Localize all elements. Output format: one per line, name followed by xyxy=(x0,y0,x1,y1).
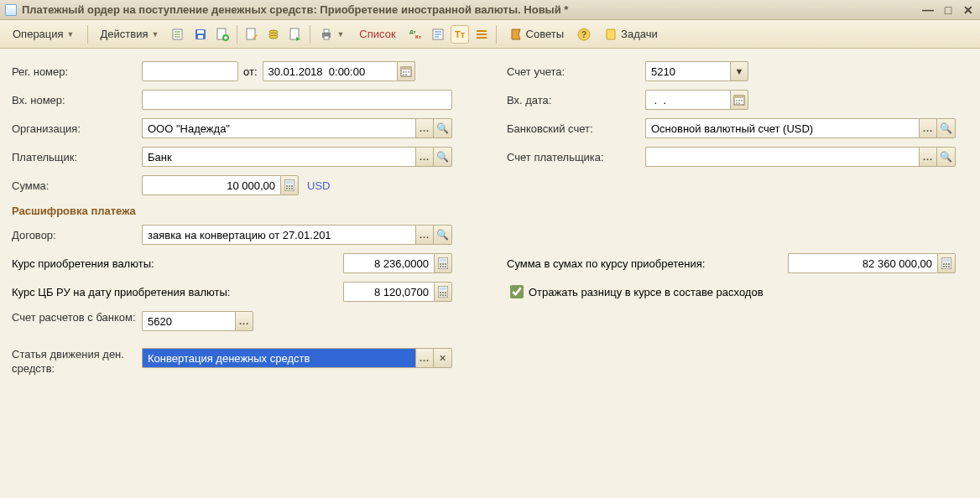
chevron-down-icon: ▼ xyxy=(336,30,344,39)
select-button[interactable] xyxy=(235,311,253,331)
in-date-input[interactable] xyxy=(645,90,730,110)
cb-rate-input[interactable] xyxy=(343,282,434,302)
calendar-icon[interactable] xyxy=(730,90,748,110)
select-button[interactable] xyxy=(919,147,937,167)
settlement-account-label: Счет расчетов с банком: xyxy=(12,311,142,325)
svg-point-44 xyxy=(442,292,444,293)
organization-input[interactable] xyxy=(142,118,415,138)
calculator-icon[interactable] xyxy=(434,253,452,273)
actions-menu[interactable]: Действия ▼ xyxy=(93,23,167,45)
window-icon xyxy=(5,4,17,16)
from-label: от: xyxy=(243,65,258,78)
help-icon[interactable]: ? xyxy=(575,25,593,44)
svg-point-28 xyxy=(286,188,288,189)
buy-rate-input[interactable] xyxy=(343,253,434,273)
svg-point-37 xyxy=(445,263,446,265)
lines-icon[interactable] xyxy=(472,25,491,44)
svg-point-48 xyxy=(445,294,446,296)
svg-point-54 xyxy=(943,266,945,267)
sum-in-sums-input[interactable] xyxy=(788,253,937,273)
minimize-button[interactable]: — xyxy=(921,3,935,17)
titlebar: Платежный ордер на поступление денежных … xyxy=(0,0,980,20)
select-button[interactable] xyxy=(415,147,434,167)
svg-point-38 xyxy=(440,266,441,267)
svg-point-56 xyxy=(948,266,950,267)
payer-account-label: Счет плательщика: xyxy=(507,151,645,163)
date-input[interactable] xyxy=(263,61,397,81)
amount-input[interactable] xyxy=(142,175,280,195)
list-label: Список xyxy=(359,28,395,40)
operation-menu[interactable]: Операция ▼ xyxy=(5,23,82,45)
cashflow-item-input[interactable] xyxy=(142,348,415,368)
svg-rect-32 xyxy=(734,96,744,98)
svg-text:Тт: Тт xyxy=(455,29,466,39)
clear-icon[interactable]: ✕ xyxy=(434,348,452,368)
section-title: Расшифровка платежа xyxy=(12,205,968,217)
svg-rect-3 xyxy=(198,35,203,39)
svg-rect-13 xyxy=(324,36,329,39)
select-button[interactable] xyxy=(415,225,434,245)
payer-account-input[interactable] xyxy=(645,147,919,167)
settlement-account-input[interactable] xyxy=(142,311,235,331)
account-input[interactable] xyxy=(645,61,730,81)
svg-point-39 xyxy=(442,266,444,267)
svg-point-45 xyxy=(445,292,446,293)
svg-point-29 xyxy=(289,188,290,189)
svg-rect-34 xyxy=(440,259,446,262)
payer-label: Плательщик: xyxy=(12,151,142,163)
calculator-icon[interactable] xyxy=(937,253,956,273)
calculator-icon[interactable] xyxy=(280,175,299,195)
contract-input[interactable] xyxy=(142,225,415,245)
advice-button[interactable]: Советы xyxy=(502,23,571,45)
svg-rect-2 xyxy=(197,30,204,34)
search-icon[interactable]: 🔍 xyxy=(937,118,956,138)
in-number-input[interactable] xyxy=(142,90,452,110)
calculator-icon[interactable] xyxy=(434,282,452,302)
svg-point-25 xyxy=(286,185,288,187)
print-menu[interactable]: ▼ xyxy=(315,23,348,45)
dtkt-icon[interactable]: ДтКт xyxy=(407,25,425,44)
svg-rect-42 xyxy=(440,288,446,290)
svg-rect-22 xyxy=(401,67,411,70)
document-play-icon[interactable] xyxy=(286,25,305,44)
select-button[interactable] xyxy=(415,118,434,138)
in-date-label: Вх. дата: xyxy=(507,94,645,106)
bank-account-input[interactable] xyxy=(645,118,919,138)
svg-rect-50 xyxy=(943,259,950,262)
actions-label: Действия xyxy=(101,28,149,40)
sum-in-sums-label: Сумма в сумах по курсу приобретения: xyxy=(507,257,788,270)
search-icon[interactable]: 🔍 xyxy=(937,147,956,167)
document-pencil-icon[interactable] xyxy=(242,25,261,44)
svg-point-52 xyxy=(946,263,947,265)
separator xyxy=(496,25,497,44)
calendar-icon[interactable] xyxy=(397,61,415,81)
reflect-diff-checkbox[interactable] xyxy=(510,285,524,298)
svg-text:?: ? xyxy=(581,30,586,39)
cb-rate-label: Курс ЦБ РУ на дату приобретения валюты: xyxy=(12,286,343,298)
svg-point-51 xyxy=(943,263,945,265)
payer-input[interactable] xyxy=(142,147,415,167)
search-icon[interactable]: 🔍 xyxy=(434,225,452,245)
save-icon[interactable] xyxy=(191,25,210,44)
chevron-down-icon: ▼ xyxy=(151,30,159,39)
svg-point-40 xyxy=(445,266,446,267)
amount-label: Сумма: xyxy=(12,179,142,192)
coins-icon[interactable] xyxy=(264,25,283,44)
list-link[interactable]: Список xyxy=(352,23,403,45)
search-icon[interactable]: 🔍 xyxy=(434,147,452,167)
post-icon[interactable] xyxy=(169,25,188,44)
close-button[interactable]: ✕ xyxy=(962,3,975,17)
form-icon[interactable] xyxy=(429,25,447,44)
reg-number-input[interactable] xyxy=(142,61,238,81)
dropdown-icon[interactable]: ▼ xyxy=(730,61,748,81)
select-button[interactable] xyxy=(415,348,434,368)
select-button[interactable] xyxy=(919,118,937,138)
tasks-button[interactable]: Задачи xyxy=(597,23,665,45)
add-document-icon[interactable] xyxy=(213,25,232,44)
svg-point-9 xyxy=(269,35,278,39)
maximize-button[interactable]: □ xyxy=(941,3,955,17)
tt-icon[interactable]: Тт xyxy=(451,25,469,44)
search-icon[interactable]: 🔍 xyxy=(434,118,452,138)
reg-number-label: Рег. номер: xyxy=(12,65,142,78)
tasks-label: Задачи xyxy=(621,28,658,40)
